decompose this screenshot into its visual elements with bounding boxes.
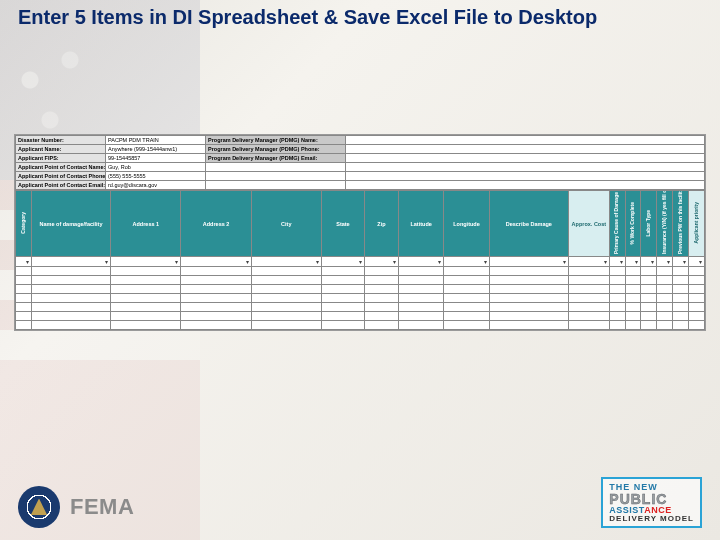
cell[interactable] xyxy=(568,294,609,303)
cell[interactable] xyxy=(625,285,641,294)
info-value[interactable]: (555) 555-5555 xyxy=(106,172,206,181)
info-value[interactable]: Guy, Rob xyxy=(106,163,206,172)
cell[interactable] xyxy=(31,285,110,294)
cell[interactable] xyxy=(489,303,568,312)
cell[interactable] xyxy=(251,303,321,312)
info-value[interactable]: Anywhere (999-15444anw1) xyxy=(106,145,206,154)
cell[interactable] xyxy=(31,312,110,321)
cell[interactable] xyxy=(364,276,398,285)
dropdown-cell[interactable] xyxy=(657,257,673,267)
dropdown-cell[interactable] xyxy=(489,257,568,267)
cell[interactable] xyxy=(689,303,705,312)
info-value[interactable] xyxy=(346,172,705,181)
dropdown-cell[interactable] xyxy=(251,257,321,267)
cell[interactable] xyxy=(689,285,705,294)
cell[interactable] xyxy=(31,303,110,312)
dropdown-cell[interactable] xyxy=(444,257,489,267)
cell[interactable] xyxy=(364,312,398,321)
cell[interactable] xyxy=(609,321,625,330)
cell[interactable] xyxy=(657,294,673,303)
cell[interactable] xyxy=(444,276,489,285)
cell[interactable] xyxy=(689,276,705,285)
cell[interactable] xyxy=(444,267,489,276)
info-value[interactable] xyxy=(346,145,705,154)
cell[interactable] xyxy=(444,285,489,294)
cell[interactable] xyxy=(689,294,705,303)
cell[interactable] xyxy=(364,303,398,312)
cell[interactable] xyxy=(625,312,641,321)
cell[interactable] xyxy=(641,276,657,285)
info-value[interactable] xyxy=(346,154,705,163)
cell[interactable] xyxy=(111,276,181,285)
dropdown-cell[interactable] xyxy=(111,257,181,267)
cell[interactable] xyxy=(251,267,321,276)
dropdown-cell[interactable] xyxy=(31,257,110,267)
cell[interactable] xyxy=(364,267,398,276)
cell[interactable] xyxy=(641,321,657,330)
info-value[interactable] xyxy=(346,136,705,145)
cell[interactable] xyxy=(689,267,705,276)
dropdown-cell[interactable] xyxy=(568,257,609,267)
cell[interactable] xyxy=(181,294,251,303)
cell[interactable] xyxy=(444,321,489,330)
cell[interactable] xyxy=(251,285,321,294)
cell[interactable] xyxy=(181,285,251,294)
cell[interactable] xyxy=(625,321,641,330)
cell[interactable] xyxy=(31,294,110,303)
cell[interactable] xyxy=(673,303,689,312)
cell[interactable] xyxy=(568,312,609,321)
cell[interactable] xyxy=(398,285,443,294)
cell[interactable] xyxy=(321,321,364,330)
cell[interactable] xyxy=(251,276,321,285)
cell[interactable] xyxy=(609,285,625,294)
cell[interactable] xyxy=(489,294,568,303)
cell[interactable] xyxy=(689,312,705,321)
cell[interactable] xyxy=(657,276,673,285)
cell[interactable] xyxy=(641,285,657,294)
cell[interactable] xyxy=(489,267,568,276)
cell[interactable] xyxy=(111,321,181,330)
cell[interactable] xyxy=(398,294,443,303)
dropdown-cell[interactable] xyxy=(181,257,251,267)
dropdown-cell[interactable] xyxy=(364,257,398,267)
dropdown-cell[interactable] xyxy=(689,257,705,267)
cell[interactable] xyxy=(444,294,489,303)
cell[interactable] xyxy=(181,276,251,285)
dropdown-cell[interactable] xyxy=(16,257,32,267)
info-value[interactable]: 99-15445857 xyxy=(106,154,206,163)
cell[interactable] xyxy=(657,303,673,312)
cell[interactable] xyxy=(398,303,443,312)
info-value[interactable]: rd.guy@discara.gov xyxy=(106,181,206,190)
cell[interactable] xyxy=(16,303,32,312)
dropdown-cell[interactable] xyxy=(609,257,625,267)
cell[interactable] xyxy=(181,321,251,330)
cell[interactable] xyxy=(657,285,673,294)
cell[interactable] xyxy=(321,312,364,321)
cell[interactable] xyxy=(364,294,398,303)
cell[interactable] xyxy=(181,312,251,321)
cell[interactable] xyxy=(111,267,181,276)
cell[interactable] xyxy=(321,276,364,285)
cell[interactable] xyxy=(16,312,32,321)
dropdown-cell[interactable] xyxy=(321,257,364,267)
cell[interactable] xyxy=(111,294,181,303)
cell[interactable] xyxy=(364,285,398,294)
cell[interactable] xyxy=(398,267,443,276)
cell[interactable] xyxy=(625,294,641,303)
cell[interactable] xyxy=(31,321,110,330)
cell[interactable] xyxy=(673,285,689,294)
cell[interactable] xyxy=(321,267,364,276)
cell[interactable] xyxy=(444,303,489,312)
cell[interactable] xyxy=(641,303,657,312)
info-value[interactable] xyxy=(346,163,705,172)
cell[interactable] xyxy=(609,303,625,312)
cell[interactable] xyxy=(609,267,625,276)
cell[interactable] xyxy=(489,285,568,294)
cell[interactable] xyxy=(251,321,321,330)
cell[interactable] xyxy=(673,267,689,276)
cell[interactable] xyxy=(16,267,32,276)
cell[interactable] xyxy=(16,276,32,285)
cell[interactable] xyxy=(689,321,705,330)
cell[interactable] xyxy=(489,276,568,285)
cell[interactable] xyxy=(489,321,568,330)
